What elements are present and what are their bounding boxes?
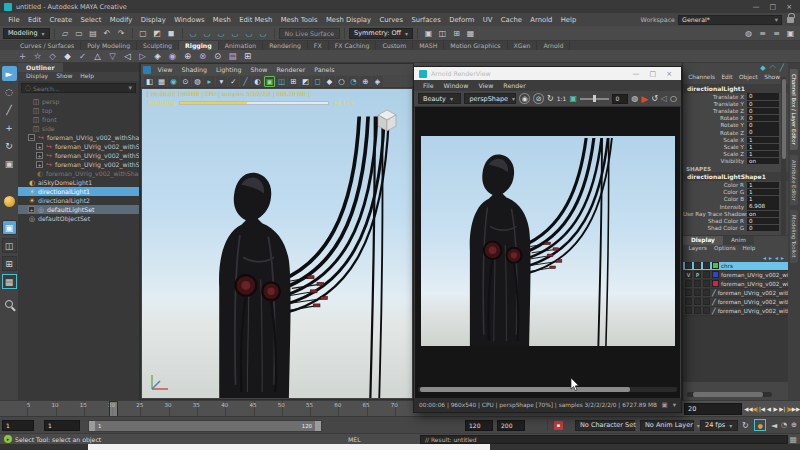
animation-prefs-icon[interactable]: ⊕: [791, 421, 797, 429]
shelf-tool-icon-1[interactable]: ☆: [31, 50, 44, 62]
playback-speed-icon[interactable]: ◔: [781, 421, 787, 429]
selected-node-name[interactable]: directionalLight1: [683, 84, 788, 93]
outliner-item-aisky[interactable]: ◐foreman_UVrig_v002_withShader_4_aiSky: [18, 169, 139, 178]
mel-label[interactable]: MEL: [348, 436, 361, 443]
menu-14[interactable]: UV: [479, 16, 497, 24]
file-op-icon-0[interactable]: ▱: [59, 27, 72, 40]
viewport-toggle-icon-3[interactable]: ⊙: [180, 76, 191, 87]
playback-button-5[interactable]: ▶|: [779, 403, 786, 416]
outliner-menu-0[interactable]: Display: [22, 72, 52, 81]
shelf-tool-icon-6[interactable]: ▽: [106, 50, 119, 62]
workspace-dropdown[interactable]: General*: [678, 15, 782, 25]
playback-button-4[interactable]: ▶: [772, 403, 779, 416]
renderview-menu-2[interactable]: View: [473, 82, 498, 89]
viewport-toggle-icon-6[interactable]: ▾: [216, 76, 227, 87]
channel-row-0-value[interactable]: 0: [747, 93, 779, 99]
shape-channel-row-3-value[interactable]: 6.908: [747, 203, 779, 209]
selection-mode-icon-1[interactable]: ◩: [151, 27, 164, 40]
file-op-icon-2[interactable]: ▤: [87, 27, 100, 40]
shape-channel-row-4-value[interactable]: on: [747, 211, 779, 217]
outliner-menu-2[interactable]: Help: [76, 72, 98, 81]
layer-playback-toggle[interactable]: [694, 262, 701, 269]
outliner-item-side[interactable]: ◫side: [18, 124, 139, 133]
close-button[interactable]: ×: [666, 70, 672, 78]
menu-17[interactable]: Help: [557, 16, 581, 24]
shape-channel-row-1-value[interactable]: 1: [747, 189, 779, 195]
renderview-h-scrollbar[interactable]: [418, 387, 677, 392]
shelf-tool-icon-4[interactable]: ✓: [76, 50, 89, 62]
layout-button-1[interactable]: ◫: [2, 238, 17, 253]
snap-icon-3[interactable]: ◡: [229, 27, 242, 40]
viewport-menu-0[interactable]: View: [153, 66, 177, 73]
menu-1[interactable]: Edit: [24, 16, 46, 24]
panel-toggle-icon-1[interactable]: ◠: [770, 64, 776, 73]
layer-menu-1[interactable]: Options: [711, 245, 740, 254]
shape-channel-row-0-value[interactable]: 1: [747, 182, 779, 188]
restart-render-icon[interactable]: ↺: [651, 94, 658, 103]
shelf-tool-icon-8[interactable]: ▷: [136, 50, 149, 62]
outliner-item-defaultobjectset[interactable]: ◎defaultObjectSet: [18, 214, 139, 223]
current-frame-field[interactable]: 20: [684, 403, 742, 415]
snapshot-store-icon[interactable]: ◍: [631, 94, 638, 103]
layer-visible-toggle[interactable]: [685, 289, 692, 296]
search-input[interactable]: [33, 85, 126, 92]
shelf-tab-2[interactable]: Sculpting: [137, 41, 179, 50]
shelf-tab-12[interactable]: Arnold: [537, 41, 570, 50]
animation-end-field[interactable]: 200: [497, 420, 525, 431]
viewport-toggle-icon-8[interactable]: ╱: [240, 76, 251, 87]
perspective-viewport[interactable]: ViewShadingLightingShowRendererPanels ◧▦…: [140, 63, 414, 400]
channel-row-8-value[interactable]: 1: [747, 151, 779, 157]
snap-icon-5[interactable]: ◡: [257, 27, 270, 40]
menu-16[interactable]: Arnold: [526, 16, 556, 24]
viewport-toggle-icon-10[interactable]: ▣: [264, 76, 275, 87]
layer-menu-0[interactable]: Layers: [685, 245, 711, 254]
channel-row-9-value[interactable]: on: [747, 158, 779, 164]
layer-display-toggle[interactable]: [703, 271, 710, 278]
region-render-icon[interactable]: ▣: [569, 94, 577, 103]
layer-visible-toggle[interactable]: [685, 280, 692, 287]
layer-swatch[interactable]: [712, 262, 719, 269]
exposure-slider[interactable]: [580, 98, 609, 100]
menu-8[interactable]: Edit Mesh: [235, 16, 277, 24]
start-render-button[interactable]: ▶: [641, 94, 648, 104]
panel-toggle-icon-0[interactable]: ◆: [760, 64, 765, 73]
fps-dropdown[interactable]: 24 fps: [700, 420, 738, 431]
mute-speaker-icon[interactable]: ◄: [771, 421, 777, 430]
symmetry-dropdown[interactable]: Symmetry: Off: [349, 28, 413, 39]
layer-swatch[interactable]: [712, 271, 719, 278]
expander-icon[interactable]: +: [28, 206, 35, 213]
layer-editor-tab-0[interactable]: Display: [683, 236, 723, 245]
status-icon-b[interactable]: ▾: [673, 401, 676, 409]
shelf-tab-5[interactable]: Rendering: [263, 41, 308, 50]
menu-2[interactable]: Create: [45, 16, 76, 24]
viewport-toggle-icon-13[interactable]: ◩: [300, 76, 311, 87]
shelf-tab-7[interactable]: FX Caching: [329, 41, 377, 50]
character-model[interactable]: [197, 113, 397, 398]
shelf-tab-10[interactable]: Motion Graphics: [444, 41, 507, 50]
shelf-tab-9[interactable]: MASH: [413, 41, 444, 50]
range-handle-right[interactable]: [315, 421, 321, 431]
outliner-item-directionallight1[interactable]: ☀directionalLight1: [18, 187, 139, 196]
tool-icon-0[interactable]: ►: [2, 66, 17, 81]
exposure-field[interactable]: 0: [612, 94, 628, 104]
menu-11[interactable]: Curves: [375, 16, 407, 24]
close-button[interactable]: ×: [786, 3, 792, 11]
viewport-toggle-icon-11[interactable]: ◫: [276, 76, 287, 87]
channel-box-menu-2[interactable]: Object: [736, 74, 761, 84]
sidebar-toggle-icon-3[interactable]: ▣: [784, 27, 797, 40]
tab-modeling-toolkit[interactable]: Modeling Toolkit: [790, 210, 798, 263]
playback-button-1[interactable]: ◀|: [752, 403, 759, 416]
tool-icon-4[interactable]: ↻: [2, 138, 17, 153]
renderview-menu-0[interactable]: File: [418, 82, 439, 89]
viewport-toggle-icon-1[interactable]: ▦: [156, 76, 167, 87]
layer-playback-toggle[interactable]: P: [694, 271, 701, 278]
viewport-toggle-icon-0[interactable]: ◧: [144, 76, 155, 87]
playback-button-3[interactable]: ◀: [765, 403, 772, 416]
shelf-tab-3[interactable]: Rigging: [179, 41, 219, 50]
live-surface-field[interactable]: No Live Surface: [279, 28, 340, 39]
menu-5[interactable]: Display: [137, 16, 170, 24]
viewport-menu-5[interactable]: Panels: [310, 66, 339, 73]
viewport-toggle-icon-2[interactable]: ◉: [168, 76, 179, 87]
panel-menu-icon[interactable]: [143, 66, 151, 74]
menu-0[interactable]: File: [4, 16, 24, 24]
